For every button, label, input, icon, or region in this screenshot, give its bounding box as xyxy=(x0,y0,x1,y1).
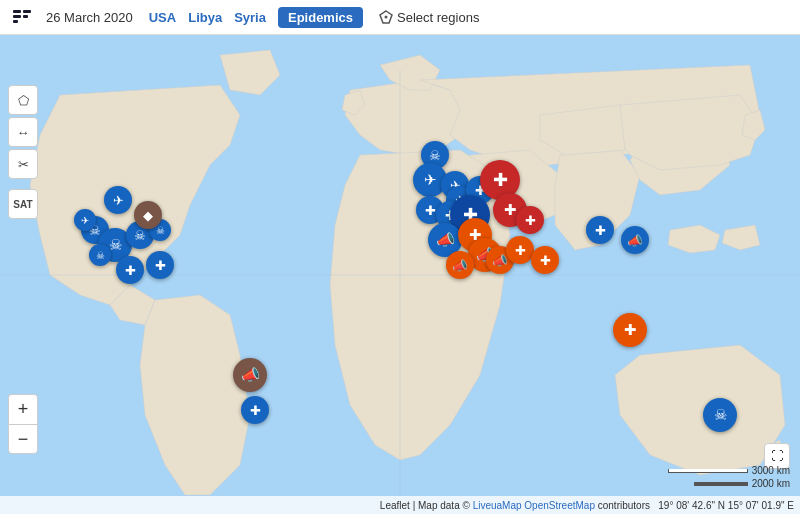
nav-libya[interactable]: Libya xyxy=(188,10,222,25)
zoom-in-button[interactable]: + xyxy=(8,394,38,424)
map-marker-m32[interactable]: ☠ xyxy=(703,398,737,432)
svg-rect-3 xyxy=(23,15,28,18)
arrow-tool-button[interactable]: ↔ xyxy=(8,117,38,147)
scale-label-2000: 2000 km xyxy=(752,478,790,489)
svg-rect-2 xyxy=(13,15,21,18)
map-marker-m6[interactable]: ✚ xyxy=(116,256,144,284)
map-marker-m34[interactable]: ✚ xyxy=(241,396,269,424)
attribution-text: Leaflet | Map data © LiveuaMap OpenStree… xyxy=(380,500,794,511)
scissors-tool-button[interactable]: ✂ xyxy=(8,149,38,179)
nav-syria[interactable]: Syria xyxy=(234,10,266,25)
map[interactable]: ✈☠☠☠☠✚✚✈☠◆☠✈✈✈✚✚✚✚✚📣✚✚✚📣📣✚✚📣✚📣✚☠📣✚ ⬠ ↔ ✂… xyxy=(0,35,800,514)
map-marker-m10[interactable]: ◆ xyxy=(134,201,162,229)
polygon-tool-button[interactable]: ⬠ xyxy=(8,85,38,115)
location-icon xyxy=(379,10,393,24)
map-marker-m28[interactable]: 📣 xyxy=(446,251,474,279)
select-regions-label: Select regions xyxy=(397,10,479,25)
map-marker-m7[interactable]: ✚ xyxy=(146,251,174,279)
map-marker-m23[interactable]: ✚ xyxy=(516,206,544,234)
map-marker-m8[interactable]: ✈ xyxy=(74,209,96,231)
scale-label-3000: 3000 km xyxy=(752,465,790,476)
logo xyxy=(10,5,34,29)
map-marker-m9[interactable]: ☠ xyxy=(89,244,111,266)
svg-rect-1 xyxy=(23,10,31,13)
svg-rect-0 xyxy=(13,10,21,13)
map-marker-m26[interactable]: ✚ xyxy=(506,236,534,264)
nav-usa[interactable]: USA xyxy=(149,10,176,25)
map-marker-m30[interactable]: 📣 xyxy=(621,226,649,254)
sat-button[interactable]: SAT xyxy=(8,189,38,219)
toolbar: ⬠ ↔ ✂ SAT xyxy=(8,85,38,219)
date-label: 26 March 2020 xyxy=(46,10,133,25)
scale-control: 3000 km 2000 km xyxy=(668,465,790,489)
select-regions-button[interactable]: Select regions xyxy=(379,10,479,25)
map-marker-m33[interactable]: 📣 xyxy=(233,358,267,392)
svg-rect-4 xyxy=(13,20,18,23)
map-marker-m29[interactable]: ✚ xyxy=(586,216,614,244)
zoom-out-button[interactable]: − xyxy=(8,424,38,454)
map-marker-m31[interactable]: ✚ xyxy=(613,313,647,347)
svg-point-6 xyxy=(385,16,388,19)
attribution-bar: Leaflet | Map data © LiveuaMap OpenStree… xyxy=(0,496,800,514)
map-marker-m27[interactable]: ✚ xyxy=(531,246,559,274)
nav-epidemics[interactable]: Epidemics xyxy=(278,7,363,28)
header: 26 March 2020 USA Libya Syria Epidemics … xyxy=(0,0,800,35)
zoom-controls: + − xyxy=(8,394,38,454)
map-marker-m1[interactable]: ✈ xyxy=(104,186,132,214)
